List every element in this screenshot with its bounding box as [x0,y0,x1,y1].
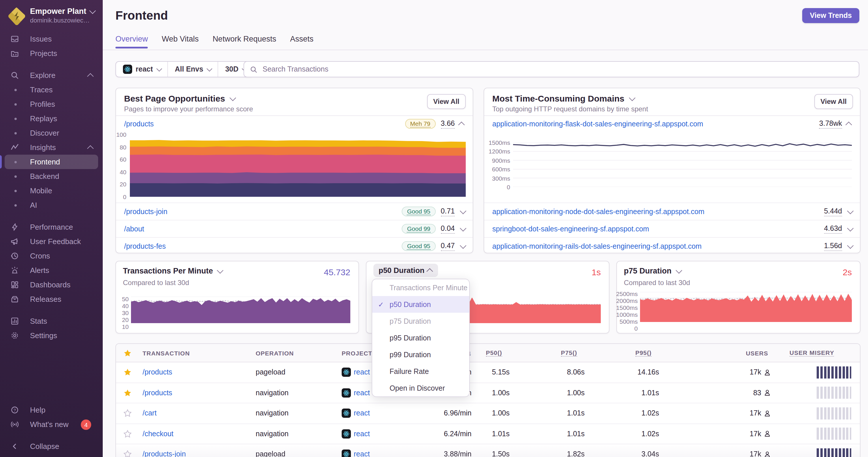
p50-cell: 5.15s [474,362,513,382]
expand-row-chevron-icon[interactable] [460,242,467,249]
star-toggle[interactable] [116,362,142,382]
menu-item-p99-duration[interactable]: p99 Duration [372,346,469,363]
p50-metric-dropdown-button[interactable]: p50 Duration [373,264,438,277]
org-switcher[interactable]: Empower Plant dominik.buszowiec… [7,6,94,26]
tpm-y-axis: 5040302010 [116,295,129,322]
sidebar-item-ai[interactable]: AI [5,198,98,213]
broadcast-icon [10,420,20,429]
star-toggle[interactable] [116,383,142,403]
tpm-card-subtitle: Compared to last 30d [123,279,189,287]
column-header-p50[interactable]: P50() [474,344,513,362]
view-trends-button[interactable]: View Trends [803,8,859,23]
project-link[interactable]: react [354,430,370,438]
star-toggle[interactable] [116,403,142,423]
sidebar-item-traces[interactable]: Traces [5,83,98,97]
best-page-opportunities-panel: Best Page Opportunities Pages to improve… [116,88,473,253]
page-link[interactable]: /products [124,120,154,128]
tab-assets[interactable]: Assets [290,35,313,48]
search-input[interactable] [261,65,859,74]
sidebar-item-backend[interactable]: Backend [5,169,98,184]
transaction-link[interactable]: /products [143,368,172,377]
sidebar-item-performance[interactable]: Performance [5,220,98,234]
sidebar-item-frontend[interactable]: Frontend [5,155,98,169]
sidebar-item-crons[interactable]: Crons [5,249,98,263]
dashboards-icon [10,280,20,289]
expand-row-chevron-icon[interactable] [847,242,854,249]
collapse-row-chevron-icon[interactable] [845,122,852,128]
expand-row-chevron-icon[interactable] [847,225,854,231]
domain-link[interactable]: springboot-dot-sales-engineering-sf.apps… [492,225,649,233]
best-pages-view-all-button[interactable]: View All [427,94,466,109]
project-filter[interactable]: react [116,62,167,77]
env-filter[interactable]: All Envs [167,62,218,77]
opportunity-value: 3.66 [441,119,455,128]
tab-network-requests[interactable]: Network Requests [213,35,276,48]
domain-row: springboot-dot-sales-engineering-sf.apps… [484,220,860,237]
sidebar-nav: IssuesProjectsExploreTracesProfilesRepla… [0,32,103,343]
sidebar-item-what-s-new[interactable]: What's new4 [5,417,98,432]
column-header-p75[interactable]: P75() [513,344,588,362]
bullet-icon [14,175,17,177]
sidebar-item-insights[interactable]: Insights [5,140,98,155]
tab-web-vitals[interactable]: Web Vitals [162,35,199,48]
menu-item-p95-duration[interactable]: p95 Duration [372,329,469,346]
project-link[interactable]: react [354,450,370,457]
sidebar-item-alerts[interactable]: Alerts [5,263,98,278]
domain-link[interactable]: application-monitoring-flask-dot-sales-e… [492,120,703,128]
sidebar-item-releases[interactable]: Releases [5,292,98,306]
column-header-p95[interactable]: P95() [588,344,662,362]
expand-row-chevron-icon[interactable] [847,207,854,214]
project-link[interactable]: react [354,368,370,377]
best-pages-title-dropdown[interactable]: Best Page Opportunities [124,94,234,103]
p75-card-title-dropdown[interactable]: p75 Duration [624,267,680,275]
expand-row-chevron-icon[interactable] [460,225,467,231]
tab-overview[interactable]: Overview [116,35,148,48]
env-filter-value: All Envs [175,65,204,73]
page-link[interactable]: /about [124,225,144,233]
sidebar-item-collapse[interactable]: Collapse [5,439,98,454]
settings-icon [10,331,20,340]
expand-row-chevron-icon[interactable] [460,207,467,214]
domain-link[interactable]: application-monitoring-node-dot-sales-en… [492,207,704,216]
search-box [244,61,859,77]
collapse-row-chevron-icon[interactable] [458,122,465,128]
sidebar-item-settings[interactable]: Settings [5,328,98,343]
menu-item-p50-duration[interactable]: p50 Duration [372,296,469,313]
domains-title-dropdown[interactable]: Most Time-Consuming Domains [492,94,634,103]
sidebar-item-help[interactable]: ?Help [5,403,98,417]
row-detail: 5.44d [824,207,852,216]
bullet-icon [14,103,17,105]
bullet-icon [14,190,17,192]
sidebar-item-stats[interactable]: Stats [5,314,98,328]
domain-link[interactable]: application-monitoring-rails-dot-sales-e… [492,242,702,250]
sidebar-item-explore[interactable]: Explore [5,68,98,83]
transaction-link[interactable]: /products-join [143,450,186,457]
menu-item-open-in-discover[interactable]: Open in Discover [372,380,469,396]
react-project-icon [342,388,351,398]
sidebar-item-replays[interactable]: Replays [5,111,98,126]
tpm-card-title-dropdown[interactable]: Transactions Per Minute [123,267,222,275]
sidebar-item-discover[interactable]: Discover [5,126,98,140]
sidebar-item-mobile[interactable]: Mobile [5,184,98,198]
axis-tick-label: 50 [122,295,129,302]
transactions-table: TRANSACTIONOPERATIONPROJECTTPM↓P50()P75(… [116,343,861,457]
domains-view-all-button[interactable]: View All [814,94,853,109]
sidebar-item-issues[interactable]: Issues [5,32,98,46]
star-toggle[interactable] [116,424,142,444]
page-link[interactable]: /products-join [124,207,167,216]
menu-item-failure-rate[interactable]: Failure Rate [372,363,469,380]
transaction-link[interactable]: /cart [143,410,157,418]
sidebar-item-projects[interactable]: Projects [5,46,98,61]
sidebar-item-dashboards[interactable]: Dashboards [5,278,98,292]
axis-tick-label: 80 [120,143,126,150]
project-link[interactable]: react [354,389,370,397]
sidebar-item-label: What's new [30,420,69,429]
sidebar-item-user-feedback[interactable]: User Feedback [5,234,98,249]
transaction-link[interactable]: /checkout [143,430,174,438]
column-header-misery[interactable]: USER MISERY [774,344,860,362]
page-link[interactable]: /products-fes [124,242,166,250]
transaction-link[interactable]: /products [143,389,172,397]
sidebar-item-profiles[interactable]: Profiles [5,97,98,111]
project-link[interactable]: react [354,410,370,418]
star-toggle[interactable] [116,444,142,457]
